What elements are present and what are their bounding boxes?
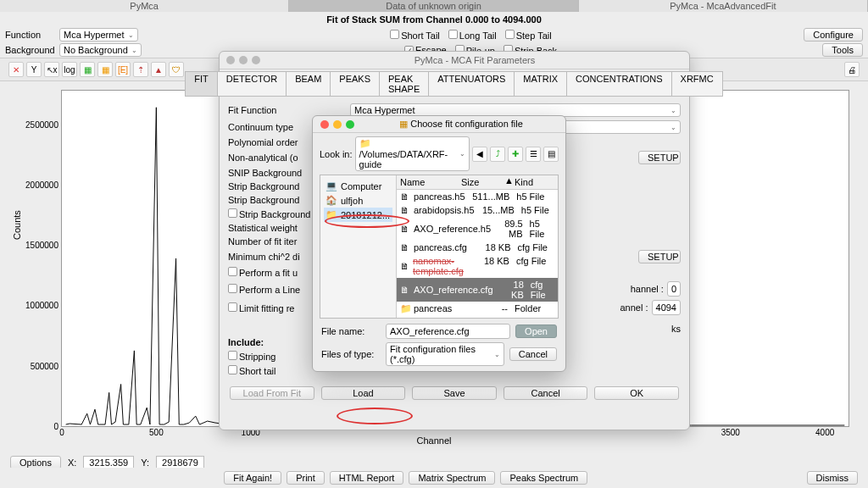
- setup2-button[interactable]: SETUP: [638, 250, 681, 263]
- tab-fit[interactable]: FIT: [185, 71, 218, 97]
- file-row[interactable]: 🗎AXO_reference.cfg18 KBcfg File: [397, 278, 558, 302]
- chevron-down-icon: ⌄: [131, 47, 137, 54]
- file-row[interactable]: 🗎arabidopsis.h515...MBh5 File: [397, 203, 558, 217]
- newfolder-icon[interactable]: ✚: [508, 147, 523, 162]
- cancel-button[interactable]: Cancel: [504, 386, 588, 400]
- limit-check[interactable]: Limit fitting re: [228, 302, 294, 313]
- shorttail-check[interactable]: Short Tail: [390, 30, 440, 41]
- dialog-title: ▦ Choose fit configuration file: [359, 119, 563, 130]
- tab-detector[interactable]: DETECTOR: [217, 71, 287, 97]
- fitparams-title: PyMca - MCA Fit Parameters: [267, 55, 682, 65]
- tab-pymca[interactable]: PyMca: [0, 0, 289, 12]
- back-icon[interactable]: ◀: [472, 147, 487, 162]
- filename-input[interactable]: AXO_reference.cfg: [386, 324, 510, 339]
- file-row[interactable]: 🗎pancreas.h5511...MBh5 File: [397, 190, 558, 203]
- tool-grid-icon[interactable]: ▦: [80, 62, 95, 77]
- file-row[interactable]: 🗎AXO_reference.h589.5 MBh5 File: [397, 217, 558, 241]
- tool-peak-icon[interactable]: ▲: [151, 62, 166, 77]
- htmlreport-button[interactable]: HTML Report: [330, 471, 404, 485]
- file-dialog: ▦ Choose fit configuration file Look in:…: [312, 115, 566, 372]
- peaksspec-button[interactable]: Peaks Spectrum: [500, 471, 587, 485]
- filetype-select[interactable]: Fit configuration files (*.cfg)⌄: [386, 342, 504, 366]
- bottom-bar: Fit Again! Print HTML Report Matrix Spec…: [0, 468, 868, 488]
- longtail-check[interactable]: Long Tail: [448, 30, 497, 41]
- tools-button[interactable]: Tools: [822, 43, 863, 57]
- tab-advfit[interactable]: PyMca - McaAdvancedFit: [579, 0, 868, 12]
- tab-data[interactable]: Data of unknown origin: [289, 0, 578, 12]
- tab-conc[interactable]: CONCENTRATIONS: [566, 71, 671, 97]
- tool-up-icon[interactable]: ⇡: [133, 62, 148, 77]
- tab-peakshape[interactable]: PEAK SHAPE: [379, 71, 429, 97]
- function-select[interactable]: Mca Hypermet⌄: [59, 28, 138, 42]
- fitparams-tabs: FIT DETECTOR BEAM PEAKS PEAK SHAPE ATTEN…: [220, 69, 689, 98]
- background-select[interactable]: No Background⌄: [59, 43, 142, 57]
- tab-matrix[interactable]: MATRIX: [514, 71, 567, 97]
- setup-button[interactable]: SETUP: [638, 151, 681, 164]
- lastch-input[interactable]: 4094: [652, 300, 681, 315]
- fitagain-button[interactable]: Fit Again!: [224, 471, 281, 485]
- configure-button[interactable]: Configure: [804, 28, 863, 42]
- tab-beam[interactable]: BEAM: [286, 71, 331, 97]
- file-row[interactable]: 🗎nanomax-template.cfg18 KBcfg File: [397, 254, 558, 278]
- tool-shield-icon[interactable]: 🛡: [169, 62, 184, 77]
- printer-icon[interactable]: 🖨: [844, 62, 860, 77]
- tool-log-icon[interactable]: log: [62, 62, 77, 77]
- side-computer[interactable]: 💻 Computer: [324, 179, 392, 193]
- perffit-check[interactable]: Perform a fit u: [228, 267, 298, 278]
- file-cancel-button[interactable]: Cancel: [509, 347, 557, 361]
- shorttail2-check[interactable]: Short tail: [228, 365, 275, 376]
- ok-button[interactable]: OK: [594, 386, 679, 400]
- tab-peaks[interactable]: PEAKS: [330, 71, 380, 97]
- tab-xrfmc[interactable]: XRFMC: [671, 71, 723, 97]
- up-icon[interactable]: ⤴: [490, 147, 505, 162]
- firstch-input[interactable]: 0: [667, 281, 681, 297]
- file-row[interactable]: 🗎pancreas.cfg18 KBcfg File: [397, 241, 558, 254]
- detailview-icon[interactable]: ▤: [543, 147, 559, 162]
- chevron-down-icon: ⌄: [128, 31, 134, 39]
- print-button[interactable]: Print: [287, 471, 325, 485]
- side-user[interactable]: 🏠 ulfjoh: [324, 193, 392, 208]
- lookin-select[interactable]: 📁 /Volumes/DATA/XRF-guide⌄: [355, 136, 470, 171]
- stripbg-check[interactable]: Strip Background: [228, 208, 310, 219]
- load-highlight: [337, 408, 413, 424]
- load-button[interactable]: Load: [321, 386, 406, 400]
- listview-icon[interactable]: ☰: [526, 147, 541, 162]
- file-list[interactable]: Name Size ▲ Kind 🗎pancreas.h5511...MBh5 …: [397, 175, 558, 318]
- y-axis-label: Counts: [12, 210, 22, 240]
- page-title: Fit of Stack SUM from Channel 0.000 to 4…: [0, 12, 868, 27]
- file-row[interactable]: 📁pancreas--Folder: [397, 302, 558, 315]
- function-label: Function: [5, 30, 56, 40]
- stripping-check[interactable]: Stripping: [228, 351, 275, 362]
- tab-atten[interactable]: ATTENUATORS: [428, 71, 515, 97]
- loadfromfit-button: Load From Fit: [230, 386, 314, 400]
- tool-energy-icon[interactable]: [E]: [115, 62, 131, 77]
- open-button[interactable]: Open: [515, 324, 557, 338]
- matrixspec-button[interactable]: Matrix Spectrum: [409, 471, 495, 485]
- side-folder[interactable]: 📁 20181212...: [324, 208, 392, 222]
- x-axis-label: Channel: [417, 435, 452, 446]
- steptail-check[interactable]: Step Tail: [505, 30, 552, 41]
- dismiss-button[interactable]: Dismiss: [807, 471, 859, 485]
- file-sidebar: 💻 Computer 🏠 ulfjoh 📁 20181212...: [320, 175, 397, 318]
- tool-reset-icon[interactable]: ✕: [8, 62, 24, 77]
- save-button[interactable]: Save: [412, 386, 497, 400]
- perfline-check[interactable]: Perform a Line: [228, 284, 300, 295]
- tool-arrow-icon[interactable]: ↖x: [44, 62, 59, 77]
- tool-y-icon[interactable]: Y: [26, 62, 42, 77]
- tool-grid2-icon[interactable]: ▦: [97, 62, 113, 77]
- background-label: Background: [5, 45, 56, 55]
